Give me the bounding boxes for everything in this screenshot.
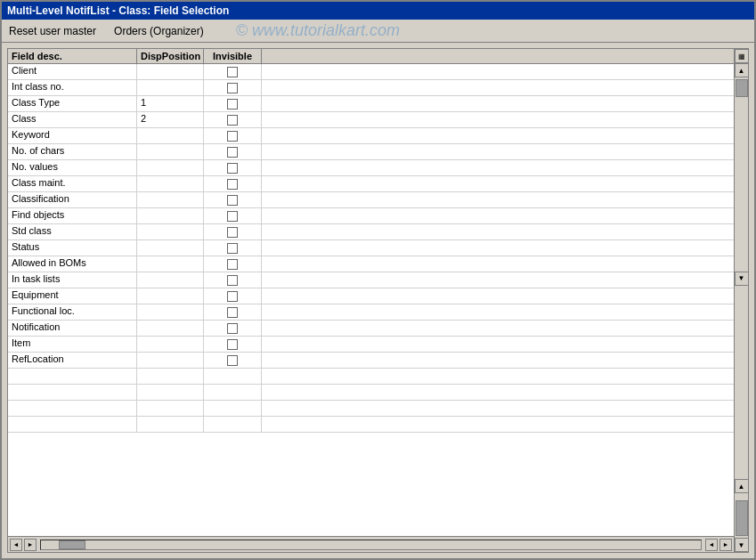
- content-area: Field desc. DispPosition Invisible Clien…: [2, 43, 754, 558]
- table-row[interactable]: Int class no.: [8, 80, 734, 96]
- cell-disp-pos: [137, 256, 204, 272]
- table-row[interactable]: In task lists: [8, 272, 734, 288]
- cell-invisible: [204, 288, 262, 304]
- grid-icon[interactable]: ▦: [735, 49, 749, 63]
- cell-invisible: [204, 192, 262, 207]
- menu-item-reset[interactable]: Reset user master: [5, 23, 100, 39]
- cell-disp-pos: [137, 208, 204, 223]
- cell-disp-pos: [137, 321, 204, 336]
- checkbox-invisible[interactable]: [227, 179, 238, 190]
- table-row[interactable]: Item: [8, 337, 734, 353]
- h-scroll-track[interactable]: [40, 540, 702, 550]
- table-row[interactable]: Notification: [8, 321, 734, 337]
- empty-row: [8, 417, 734, 433]
- table-row[interactable]: Class Type 1: [8, 96, 734, 112]
- title-bar: Multi-Level NotifList - Class: Field Sel…: [2, 2, 754, 20]
- h-scroll-right-btn[interactable]: ►: [719, 539, 732, 551]
- checkbox-invisible[interactable]: [227, 163, 238, 174]
- menu-bar: Reset user master Orders (Organizer) © w…: [2, 20, 754, 43]
- nav-left-btn[interactable]: ◄: [10, 539, 22, 551]
- table-row[interactable]: No. of chars: [8, 144, 734, 160]
- scroll-down-btn[interactable]: ▼: [735, 538, 749, 552]
- checkbox-invisible[interactable]: [227, 355, 238, 366]
- table-row[interactable]: Keyword: [8, 128, 734, 144]
- checkbox-invisible[interactable]: [227, 307, 238, 318]
- checkbox-invisible[interactable]: [227, 275, 238, 286]
- table-row[interactable]: Client: [8, 64, 734, 80]
- table-container: Field desc. DispPosition Invisible Clien…: [7, 48, 749, 553]
- scroll-thumb-top[interactable]: [736, 79, 748, 97]
- table-row[interactable]: RefLocation: [8, 353, 734, 369]
- cell-field-desc: No. of chars: [8, 144, 137, 159]
- checkbox-invisible[interactable]: [227, 211, 238, 222]
- cell-field-desc: RefLocation: [8, 353, 137, 368]
- checkbox-invisible[interactable]: [227, 115, 238, 126]
- cell-disp-pos: [137, 288, 204, 304]
- cell-field-desc: Equipment: [8, 288, 137, 304]
- h-scroll-thumb[interactable]: [59, 540, 85, 549]
- table-row[interactable]: Std class: [8, 224, 734, 240]
- scroll-mid-btn[interactable]: ▼: [735, 272, 749, 286]
- scroll-track-top: [735, 77, 748, 272]
- cell-field-desc: In task lists: [8, 272, 137, 288]
- table-row[interactable]: Functional loc.: [8, 304, 734, 321]
- cell-invisible: [204, 321, 262, 336]
- checkbox-invisible[interactable]: [227, 227, 238, 238]
- cell-invisible: [204, 128, 262, 143]
- table-row[interactable]: Status: [8, 240, 734, 256]
- cell-field-desc: Status: [8, 240, 137, 256]
- cell-field-desc: Notification: [8, 321, 137, 336]
- cell-field-desc: Int class no.: [8, 80, 137, 95]
- checkbox-invisible[interactable]: [227, 243, 238, 254]
- cell-disp-pos: [137, 224, 204, 239]
- cell-disp-pos: [137, 304, 204, 320]
- checkbox-invisible[interactable]: [227, 99, 238, 110]
- checkbox-invisible[interactable]: [227, 67, 238, 77]
- scroll-up-btn[interactable]: ▲: [735, 63, 749, 77]
- table-row[interactable]: Class maint.: [8, 176, 734, 192]
- checkbox-invisible[interactable]: [227, 323, 238, 334]
- checkbox-invisible[interactable]: [227, 259, 238, 270]
- cell-invisible: [204, 256, 262, 272]
- empty-row: [8, 401, 734, 417]
- table-row[interactable]: No. values: [8, 160, 734, 176]
- h-nav-arrows: ◄ ►: [703, 539, 734, 551]
- table-row[interactable]: Equipment: [8, 288, 734, 304]
- nav-right-btn[interactable]: ►: [24, 539, 37, 551]
- cell-disp-pos: [137, 80, 204, 95]
- cell-invisible: [204, 304, 262, 320]
- table-row[interactable]: Allowed in BOMs: [8, 256, 734, 272]
- checkbox-invisible[interactable]: [227, 131, 238, 142]
- menu-item-orders[interactable]: Orders (Organizer): [110, 23, 207, 39]
- cell-invisible: [204, 96, 262, 111]
- cell-field-desc: Classification: [8, 192, 137, 207]
- window-title: Multi-Level NotifList - Class: Field Sel…: [7, 4, 229, 17]
- checkbox-invisible[interactable]: [227, 195, 238, 206]
- table-row[interactable]: Class 2: [8, 112, 734, 128]
- table-header: Field desc. DispPosition Invisible: [8, 49, 734, 64]
- vertical-scrollbar: ▦ ▲ ▼ ▲ ▼: [734, 49, 748, 552]
- cell-disp-pos: [137, 240, 204, 256]
- scroll-thumb-bottom[interactable]: [736, 500, 748, 536]
- cell-invisible: [204, 160, 262, 175]
- header-invisible: Invisible: [204, 49, 262, 63]
- table-row[interactable]: Find objects: [8, 208, 734, 224]
- cell-disp-pos: [137, 353, 204, 368]
- cell-invisible: [204, 80, 262, 95]
- checkbox-invisible[interactable]: [227, 83, 238, 93]
- cell-disp-pos: [137, 128, 204, 143]
- cell-disp-pos: 2: [137, 112, 204, 127]
- cell-field-desc: Functional loc.: [8, 304, 137, 320]
- cell-disp-pos: [137, 192, 204, 207]
- table-row[interactable]: Classification: [8, 192, 734, 208]
- cell-field-desc: Class maint.: [8, 176, 137, 191]
- table-inner: Field desc. DispPosition Invisible Clien…: [8, 49, 734, 552]
- watermark: © www.tutorialkart.com: [236, 21, 400, 40]
- checkbox-invisible[interactable]: [227, 291, 238, 302]
- checkbox-invisible[interactable]: [227, 147, 238, 158]
- scroll-up2-btn[interactable]: ▲: [735, 479, 749, 493]
- cell-invisible: [204, 240, 262, 256]
- cell-disp-pos: [137, 144, 204, 159]
- h-scroll-left-btn[interactable]: ◄: [705, 539, 718, 551]
- checkbox-invisible[interactable]: [227, 339, 238, 350]
